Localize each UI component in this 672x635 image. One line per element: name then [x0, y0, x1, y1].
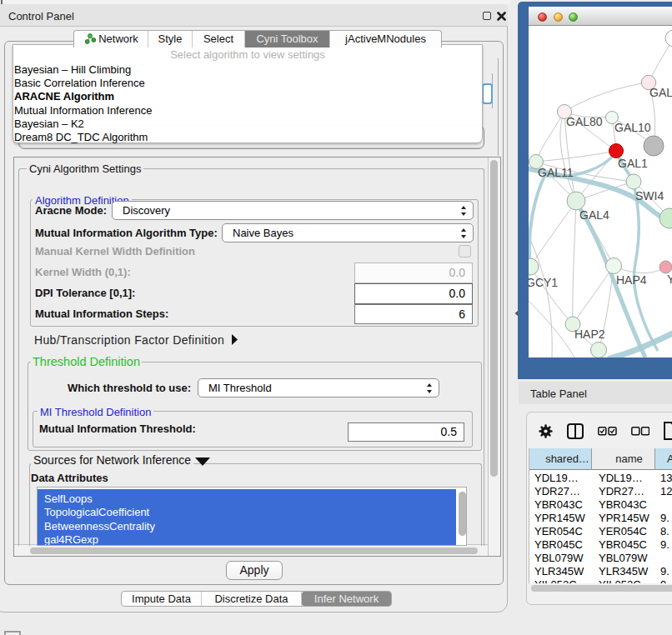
svg-text:HAP2: HAP2 [574, 328, 605, 341]
svg-text:GAL7: GAL7 [649, 86, 672, 99]
svg-text:GAL1: GAL1 [618, 157, 648, 170]
svg-text:GAL11: GAL11 [538, 166, 574, 179]
svg-text:Y: Y [667, 272, 672, 286]
svg-text:HAP4: HAP4 [616, 273, 647, 287]
svg-text:GAL80: GAL80 [566, 115, 603, 128]
svg-text:GCY1: GCY1 [529, 276, 558, 289]
svg-text:GAL4: GAL4 [579, 208, 609, 222]
svg-text:GAL10: GAL10 [614, 121, 651, 134]
svg-text:SWI4: SWI4 [635, 189, 664, 202]
